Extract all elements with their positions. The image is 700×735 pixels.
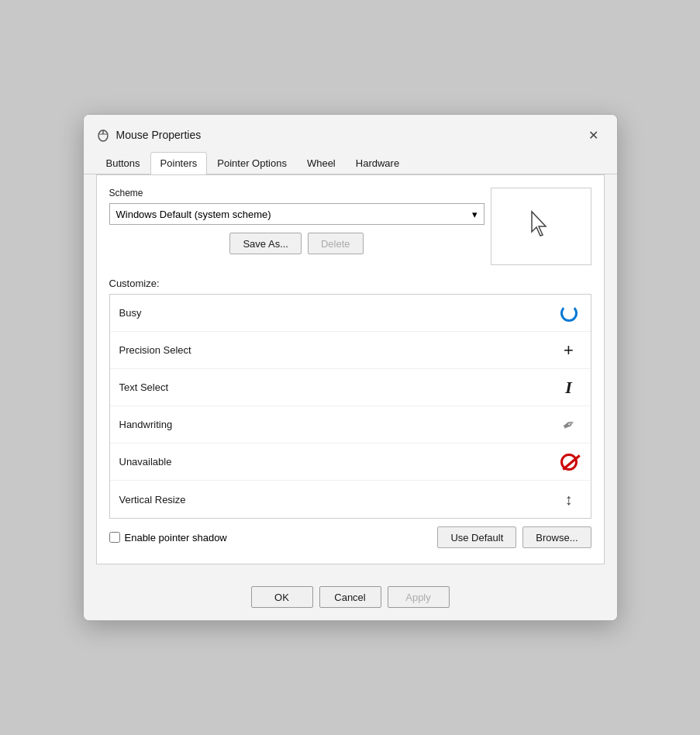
text-cursor-icon: I [557, 375, 581, 400]
scheme-left: Scheme Windows Default (system scheme) ▾… [109, 188, 484, 265]
handwriting-cursor-icon: ✒ [557, 412, 581, 437]
svg-marker-3 [532, 212, 546, 236]
cursor-row-precision[interactable]: Precision Select + [110, 332, 591, 369]
use-default-button[interactable]: Use Default [437, 526, 516, 548]
browse-button[interactable]: Browse... [522, 526, 591, 548]
cursor-row-handwriting[interactable]: Handwriting ✒ [110, 406, 591, 443]
bottom-section: Enable pointer shadow Use Default Browse… [109, 519, 591, 551]
main-content: Scheme Windows Default (system scheme) ▾… [96, 174, 605, 564]
cursor-preview-icon [529, 210, 553, 243]
pointer-shadow-checkbox[interactable] [109, 532, 120, 543]
mouse-icon [96, 128, 110, 142]
pointer-shadow-text: Enable pointer shadow [125, 532, 227, 543]
cursor-row-text[interactable]: Text Select I [110, 369, 591, 406]
cursor-name-precision: Precision Select [119, 344, 557, 356]
vresize-cursor-icon: ↕ [557, 487, 581, 512]
dialog-footer: OK Cancel Apply [84, 577, 617, 620]
scheme-label: Scheme [109, 188, 484, 198]
cancel-button[interactable]: Cancel [319, 586, 381, 608]
cursor-row-busy[interactable]: Busy [110, 295, 591, 332]
chevron-down-icon: ▾ [472, 209, 478, 220]
scheme-value: Windows Default (system scheme) [116, 209, 271, 220]
bottom-right-buttons: Use Default Browse... [437, 526, 591, 548]
close-button[interactable]: ✕ [583, 124, 605, 146]
scheme-preview [491, 188, 591, 265]
cursor-row-unavailable[interactable]: Unavailable [110, 443, 591, 481]
scheme-buttons: Save As... Delete [109, 233, 484, 254]
customize-label: Customize: [109, 278, 591, 289]
pointer-shadow-label[interactable]: Enable pointer shadow [109, 532, 227, 543]
tab-wheel[interactable]: Wheel [297, 152, 346, 174]
cursor-name-handwriting: Handwriting [119, 419, 557, 430]
apply-button[interactable]: Apply [388, 586, 450, 608]
cursor-name-vresize: Vertical Resize [119, 494, 557, 506]
delete-button[interactable]: Delete [308, 233, 364, 254]
scheme-dropdown[interactable]: Windows Default (system scheme) ▾ [109, 203, 484, 225]
tab-buttons[interactable]: Buttons [96, 152, 150, 174]
cursor-name-busy: Busy [119, 307, 557, 319]
tab-pointers[interactable]: Pointers [150, 152, 208, 174]
tab-pointer-options[interactable]: Pointer Options [207, 152, 297, 174]
precision-cursor-icon: + [557, 338, 581, 363]
cursor-name-text: Text Select [119, 381, 557, 393]
mouse-properties-dialog: Mouse Properties ✕ Buttons Pointers Poin… [83, 114, 618, 621]
cursor-list[interactable]: Busy Precision Select + Text Select I [109, 294, 591, 519]
title-bar: Mouse Properties ✕ [84, 115, 617, 152]
dialog-title: Mouse Properties [116, 129, 583, 141]
save-as-button[interactable]: Save As... [229, 233, 302, 254]
cursor-row-vresize[interactable]: Vertical Resize ↕ [110, 481, 591, 518]
ok-button[interactable]: OK [251, 586, 313, 608]
unavailable-cursor-icon [557, 450, 581, 474]
cursor-name-unavailable: Unavailable [119, 456, 557, 468]
busy-cursor-icon [557, 301, 581, 326]
tab-hardware[interactable]: Hardware [346, 152, 409, 174]
tab-bar: Buttons Pointers Pointer Options Wheel H… [84, 152, 617, 174]
scheme-section: Scheme Windows Default (system scheme) ▾… [109, 188, 591, 265]
